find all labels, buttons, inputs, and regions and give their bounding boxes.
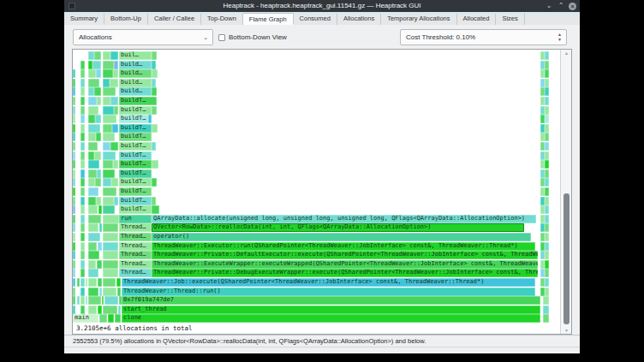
flame-mini-bar[interactable] (545, 115, 549, 123)
flame-frame-bar[interactable]: Thread… (119, 223, 152, 232)
flame-frame-bar[interactable]: buil… (119, 51, 152, 60)
flame-mini-bar[interactable] (545, 87, 549, 96)
flame-mini-bar[interactable] (80, 151, 85, 160)
flame-mini-bar[interactable] (545, 288, 549, 296)
flame-mini-bar[interactable] (88, 87, 94, 96)
flame-frame-bar[interactable]: buildT… (119, 178, 152, 187)
flame-mini-bar[interactable] (73, 160, 75, 169)
flame-mini-bar[interactable] (545, 242, 549, 251)
flame-mini-bar[interactable] (103, 160, 113, 169)
flame-frame-bar[interactable]: buildT… (119, 124, 152, 133)
flame-mini-bar[interactable] (545, 260, 549, 269)
flame-mini-bar[interactable] (80, 215, 85, 223)
flame-frame-bar[interactable]: build… (119, 87, 152, 96)
tab-bottom-up[interactable]: Bottom-Up (104, 14, 148, 25)
flame-mini-bar[interactable] (73, 106, 75, 115)
flame-frame-bar[interactable]: buildT… (119, 151, 152, 160)
flame-mini-bar[interactable] (545, 178, 549, 187)
flame-mini-bar[interactable] (152, 142, 156, 151)
flame-mini-bar[interactable] (99, 288, 102, 296)
flame-mini-bar[interactable] (116, 278, 121, 287)
flame-mini-bar[interactable] (545, 142, 549, 151)
flame-mini-bar[interactable] (80, 269, 85, 277)
flame-mini-bar[interactable] (152, 205, 159, 214)
flame-mini-bar[interactable] (152, 197, 156, 205)
flame-mini-bar[interactable] (114, 61, 118, 69)
flame-mini-bar[interactable] (110, 79, 118, 87)
flame-mini-bar[interactable] (110, 142, 118, 151)
flame-mini-bar[interactable] (73, 151, 75, 160)
flame-mini-bar[interactable] (80, 142, 85, 151)
flame-mini-bar[interactable] (152, 51, 157, 60)
flame-mini-bar[interactable] (98, 205, 102, 214)
flame-mini-bar[interactable] (103, 151, 116, 160)
flame-mini-bar[interactable] (73, 233, 75, 241)
flame-mini-bar[interactable] (148, 115, 152, 123)
tab-sizes[interactable]: Sizes (496, 14, 524, 25)
flame-frame-bar[interactable]: QArrayData::allocate(unsigned long, unsi… (152, 215, 536, 223)
flame-mini-bar[interactable] (73, 69, 75, 78)
flame-frame-bar[interactable]: ThreadWeaver::ExecuteWrapper::executeWra… (152, 260, 538, 269)
flame-mini-bar[interactable] (80, 79, 85, 87)
flame-frame-bar[interactable]: clone (122, 314, 540, 323)
flame-frame-bar[interactable]: Thread… (119, 242, 152, 251)
flame-mini-bar[interactable] (73, 133, 75, 141)
flame-mini-bar[interactable] (88, 79, 99, 87)
flame-mini-bar[interactable] (103, 197, 114, 205)
flame-mini-bar[interactable] (92, 61, 101, 69)
flame-mini-bar[interactable] (545, 205, 549, 214)
flame-mini-bar[interactable] (80, 187, 85, 196)
flame-frame-bar[interactable]: buildT… (119, 142, 152, 151)
flame-mini-bar[interactable] (545, 51, 549, 60)
flame-mini-bar[interactable] (77, 278, 80, 287)
flame-mini-bar[interactable] (96, 69, 101, 78)
flame-mini-bar[interactable] (103, 124, 112, 133)
flame-mini-bar[interactable] (88, 169, 97, 178)
flame-mini-bar[interactable] (96, 133, 101, 141)
flame-mini-bar[interactable] (80, 169, 85, 178)
flame-mini-bar[interactable] (88, 269, 98, 277)
flame-mini-bar[interactable] (80, 197, 85, 205)
flame-mini-bar[interactable] (545, 160, 549, 169)
flame-mini-bar[interactable] (73, 142, 75, 151)
flame-mini-bar[interactable] (73, 97, 75, 105)
flame-mini-bar[interactable] (115, 314, 121, 323)
tab-consumed[interactable]: Consumed (294, 14, 337, 25)
flame-mini-bar[interactable] (73, 79, 75, 87)
flame-mini-bar[interactable] (80, 260, 85, 269)
flame-mini-bar[interactable] (88, 278, 97, 287)
flame-mini-bar[interactable] (86, 296, 87, 305)
tab-allocated[interactable]: Allocated (457, 14, 497, 25)
flame-mini-bar[interactable] (88, 296, 101, 305)
flame-mini-bar[interactable] (80, 87, 85, 96)
flame-mini-bar[interactable] (73, 87, 75, 96)
bottom-down-view-toggle[interactable]: Bottom-Down View (218, 33, 287, 42)
flame-mini-bar[interactable] (73, 169, 75, 178)
flame-mini-bar[interactable] (99, 314, 107, 323)
flame-mini-bar[interactable] (80, 288, 85, 296)
flame-mini-bar[interactable] (88, 160, 99, 169)
checkbox-icon[interactable] (218, 34, 225, 41)
tab-top-down[interactable]: Top-Down (201, 14, 243, 25)
flame-mini-bar[interactable] (73, 288, 75, 296)
flame-mini-bar[interactable] (543, 314, 549, 323)
flame-mini-bar[interactable] (103, 223, 118, 232)
flame-mini-bar[interactable] (103, 242, 118, 251)
flame-frame-bar[interactable]: ThreadWeaver::Private::DebugExecuteWrapp… (152, 269, 538, 277)
flame-mini-bar[interactable] (103, 205, 115, 214)
flame-mini-bar[interactable] (88, 242, 97, 251)
flame-mini-bar[interactable] (88, 187, 98, 196)
flame-mini-bar[interactable] (73, 223, 75, 232)
title-bar[interactable]: Heaptrack - heaptrack.heaptrack_gui.1154… (64, 0, 580, 12)
flame-mini-bar[interactable] (80, 278, 85, 287)
flame-mini-bar[interactable] (88, 223, 98, 232)
flame-mini-bar[interactable] (80, 124, 85, 133)
flame-mini-bar[interactable] (88, 306, 97, 314)
flame-mini-bar[interactable] (86, 278, 87, 287)
flame-mini-bar[interactable] (80, 178, 85, 187)
flame-frame-bar[interactable]: start_thread (122, 306, 540, 314)
flame-mini-bar[interactable] (152, 178, 157, 187)
flame-frame-bar[interactable]: build… (119, 69, 152, 78)
flame-mini-bar[interactable] (102, 296, 104, 305)
flame-mini-bar[interactable] (73, 269, 75, 277)
